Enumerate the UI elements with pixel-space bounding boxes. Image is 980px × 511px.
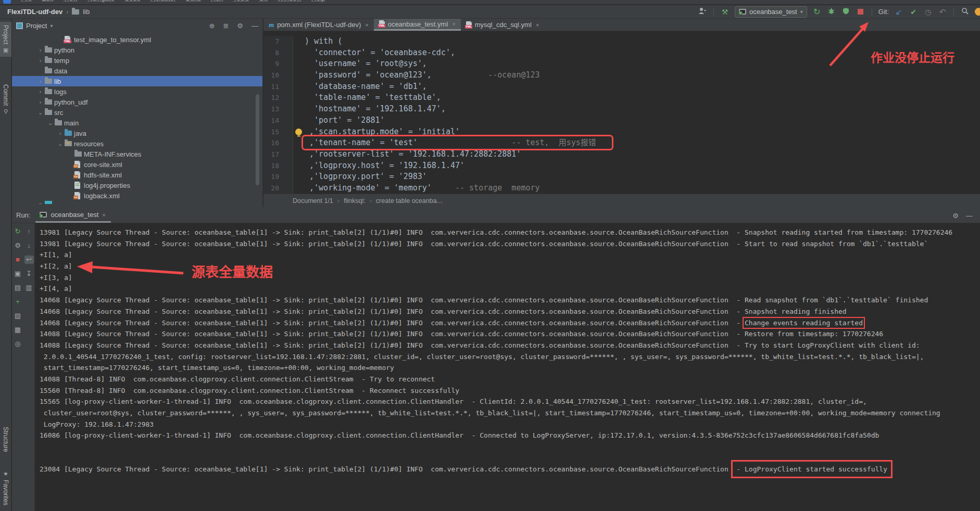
chevron-down-icon[interactable]: ⌄ bbox=[36, 109, 45, 116]
stop-icon[interactable]: ■ bbox=[13, 256, 22, 264]
tree-item-python_udf[interactable]: ›python_udf bbox=[12, 97, 262, 107]
sidebar-tab-favorites[interactable]: ★ Favorites bbox=[0, 467, 11, 508]
editor-breadcrumb-item[interactable]: create table oceanba… bbox=[376, 197, 443, 205]
tree-item-resources[interactable]: ⌄resources bbox=[12, 138, 262, 149]
menu-bar[interactable]: FileEditViewNavigateCodeRefactorBuildRun… bbox=[0, 0, 980, 5]
tree-item-log4j.properties[interactable]: log4j.properties bbox=[12, 180, 262, 190]
ide-update-badge-icon[interactable] bbox=[975, 8, 980, 16]
tree-item-python[interactable]: ›python bbox=[12, 45, 262, 55]
menu-item-run[interactable]: Run bbox=[211, 0, 223, 2]
code-line-15[interactable]: 15 ,'scan.startup.mode' = 'initial' bbox=[263, 126, 980, 138]
code-line-10[interactable]: 10 'password' = 'ocean@123', --ocean@123 bbox=[263, 70, 980, 81]
collapse-all-icon[interactable]: ≣ bbox=[223, 22, 229, 30]
search-icon[interactable] bbox=[960, 7, 970, 16]
editor-breadcrumb-item[interactable]: flinksql: bbox=[344, 197, 366, 205]
chevron-right-icon[interactable]: › bbox=[36, 78, 45, 84]
locate-icon[interactable]: ⊕ bbox=[209, 22, 215, 30]
console-output[interactable]: 13981 [Legacy Source Thread - Source: oc… bbox=[35, 223, 980, 511]
code-line-17[interactable]: 17 ,'rootserver-list' = '192.168.1.47:28… bbox=[263, 149, 980, 160]
clear-icon[interactable]: ▥ bbox=[24, 284, 34, 292]
sidebar-tab-commit[interactable]: Commit ⚲ bbox=[0, 81, 11, 118]
dump-icon[interactable]: ▤ bbox=[13, 284, 22, 292]
code-line-16[interactable]: 16 ,'tenant-name' = 'test' -- test, 用sys… bbox=[263, 137, 980, 149]
editor-breadcrumb-item[interactable]: Document 1/1 bbox=[293, 197, 333, 205]
gear-icon[interactable]: ⚙ bbox=[237, 22, 243, 30]
tree-item-META-INF.services[interactable]: META-INF.services bbox=[12, 149, 262, 159]
chevron-right-icon[interactable]: › bbox=[36, 57, 45, 63]
code-line-13[interactable]: 13 'hostname' = '192.168.1.47', bbox=[263, 104, 980, 115]
menu-item-code[interactable]: Code bbox=[124, 0, 141, 2]
coverage-button[interactable] bbox=[841, 7, 851, 16]
code-line-20[interactable]: 20 ,'working-mode' = 'memory' -- storage… bbox=[263, 183, 980, 194]
code-line-8[interactable]: 8 'connector' = 'oceanbase-cdc', bbox=[263, 47, 980, 59]
code-line-7[interactable]: 7) with ( bbox=[263, 36, 980, 47]
hide-panel-icon[interactable]: — bbox=[966, 212, 973, 220]
tree-item-hdfs-site.xml[interactable]: <>hdfs-site.xml bbox=[12, 170, 262, 180]
breadcrumb[interactable]: FlexiTDL-udf-dev › lib bbox=[0, 8, 90, 16]
code-line-14[interactable]: 14 'port' = '2881' bbox=[263, 115, 980, 126]
tree-scrollbar[interactable] bbox=[256, 94, 259, 185]
stop-button[interactable] bbox=[856, 8, 865, 16]
soft-wrap-icon[interactable]: ↩ bbox=[24, 256, 34, 264]
tree-item-data[interactable]: data bbox=[12, 66, 262, 76]
pin-icon[interactable]: ◎ bbox=[13, 340, 22, 348]
code-line-18[interactable]: 18 ,'logproxy.host' = '192.168.1.47' bbox=[263, 160, 980, 172]
code-line-12[interactable]: 12 'table-name' = 'testtable', bbox=[263, 92, 980, 104]
menu-item-navigate[interactable]: Navigate bbox=[87, 0, 114, 2]
rollback-icon[interactable]: ↶ bbox=[938, 7, 947, 17]
run-config-selector[interactable]: oceanbase_test ▾ bbox=[735, 6, 807, 18]
tree-item-main[interactable]: ⌄main bbox=[12, 118, 262, 128]
menu-item-build[interactable]: Build bbox=[186, 0, 201, 2]
chevron-down-icon[interactable]: ⌄ bbox=[46, 120, 55, 126]
exit-icon[interactable]: ▧ bbox=[13, 312, 22, 320]
menu-item-git[interactable]: Git bbox=[259, 0, 268, 2]
scroll-end-icon[interactable]: ↧ bbox=[24, 270, 34, 278]
code-line-11[interactable]: 11 'database-name' = 'db1', bbox=[263, 81, 980, 93]
snapshot-icon[interactable]: ▣ bbox=[13, 270, 22, 278]
gear-icon[interactable]: ⚙ bbox=[952, 212, 959, 220]
breadcrumb-folder[interactable]: lib bbox=[83, 8, 90, 16]
tree-item[interactable]: ⌄ bbox=[12, 201, 262, 204]
user-icon[interactable] bbox=[698, 7, 707, 16]
tree-item-java[interactable]: ›java bbox=[12, 128, 262, 138]
tree-item-logback.xml[interactable]: <>logback.xml bbox=[12, 190, 262, 201]
menu-item-window[interactable]: Window bbox=[278, 0, 301, 2]
intention-bulb-icon[interactable] bbox=[295, 129, 302, 135]
close-icon[interactable]: × bbox=[102, 212, 105, 218]
sidebar-tab-structure[interactable]: Structure bbox=[0, 424, 11, 455]
git-update-icon[interactable]: ↙ bbox=[894, 7, 903, 17]
sidebar-tab-project[interactable]: Project ▣ bbox=[0, 22, 11, 57]
editor-tab-mysql_cdc_sql[interactable]: YMLmysql_cdc_sql.yml× bbox=[461, 19, 545, 31]
run-button[interactable]: ↻ bbox=[812, 7, 822, 17]
editor-tab-pom[interactable]: mpom.xml (FlexiTDL-udf-dev)× bbox=[263, 19, 374, 31]
chevron-right-icon[interactable]: › bbox=[56, 130, 65, 136]
code-editor[interactable]: 7) with (8 'connector' = 'oceanbase-cdc'… bbox=[263, 31, 980, 194]
settings-icon[interactable]: ⚙ bbox=[13, 241, 22, 250]
layout-icon[interactable]: ▦ bbox=[13, 326, 22, 334]
tree-item-core-site.xml[interactable]: <>core-site.xml bbox=[12, 159, 262, 170]
down-stack-icon[interactable]: ↓ bbox=[24, 241, 34, 250]
add-icon[interactable]: + bbox=[13, 298, 22, 306]
project-view-selector[interactable]: Project ▾ bbox=[16, 22, 53, 30]
menu-item-view[interactable]: View bbox=[63, 0, 78, 2]
git-commit-icon[interactable]: ✔ bbox=[909, 8, 918, 16]
debug-button[interactable] bbox=[827, 7, 836, 16]
tree-item-logs[interactable]: ›logs bbox=[12, 86, 262, 97]
breadcrumb-project[interactable]: FlexiTDL-udf-dev bbox=[7, 8, 62, 16]
hide-icon[interactable]: — bbox=[252, 22, 258, 30]
chevron-right-icon[interactable]: › bbox=[36, 99, 45, 105]
tree-item-src[interactable]: ⌄src bbox=[12, 107, 262, 118]
code-line-9[interactable]: 9 'username' = 'root@sys', bbox=[263, 58, 980, 70]
menu-item-help[interactable]: Help bbox=[311, 0, 325, 2]
run-tab[interactable]: oceanbase_test × bbox=[35, 211, 110, 223]
chevron-right-icon[interactable]: › bbox=[36, 47, 45, 53]
rerun-icon[interactable]: ↻ bbox=[13, 227, 22, 236]
menu-item-refactor[interactable]: Refactor bbox=[150, 0, 176, 2]
close-icon[interactable]: × bbox=[452, 21, 455, 27]
tree-item-test_image_to_tensor.yml[interactable]: YMLtest_image_to_tensor.yml bbox=[12, 34, 262, 45]
tree-item-lib[interactable]: ›lib bbox=[12, 76, 262, 86]
chevron-down-icon[interactable]: ⌄ bbox=[56, 140, 65, 147]
menu-item-tools[interactable]: Tools bbox=[233, 0, 249, 2]
editor-tab-oceanbase_test[interactable]: YMLoceanbase_test.yml× bbox=[374, 19, 461, 31]
chevron-right-icon[interactable]: › bbox=[36, 88, 45, 95]
